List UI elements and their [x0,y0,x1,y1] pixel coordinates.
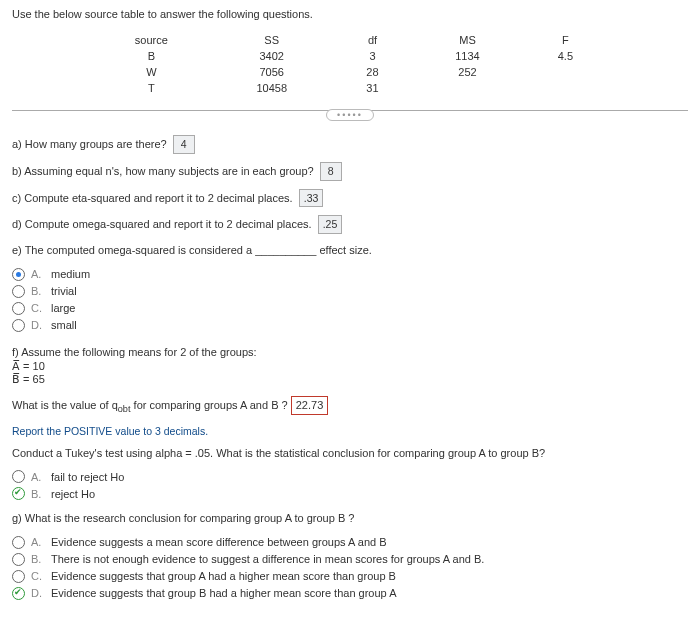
anova-table: source SS df MS F B 3402 3 1134 4.5 W 70… [90,32,610,96]
collapse-toggle[interactable]: ••••• [12,109,688,121]
question-f-tukey: Conduct a Tukey's test using alpha = .05… [12,445,688,463]
option-g-c[interactable]: C.Evidence suggests that group A had a h… [12,570,688,583]
col-ss: SS [213,32,331,48]
col-ms: MS [414,32,521,48]
options-e: A.medium B.trivial C.large D.small [12,268,688,332]
question-f-q: What is the value of qobt for comparing … [12,396,688,417]
col-source: source [90,32,213,48]
radio-icon[interactable] [12,302,25,315]
option-f-b[interactable]: B.reject Ho [12,487,688,500]
answer-a[interactable]: 4 [173,135,195,154]
option-g-d[interactable]: D.Evidence suggests that group B had a h… [12,587,688,600]
radio-icon[interactable] [12,553,25,566]
radio-icon[interactable] [12,268,25,281]
option-g-a[interactable]: A.Evidence suggests a mean score differe… [12,536,688,549]
question-d: d) Compute omega-squared and report it t… [12,215,688,234]
note-positive: Report the POSITIVE value to 3 decimals. [12,425,688,437]
options-f: A.fail to reject Ho B.reject Ho [12,470,688,500]
options-g: A.Evidence suggests a mean score differe… [12,536,688,600]
table-row: W 7056 28 252 [90,64,610,80]
radio-icon[interactable] [12,319,25,332]
check-icon[interactable] [12,487,25,500]
option-f-a[interactable]: A.fail to reject Ho [12,470,688,483]
radio-icon[interactable] [12,536,25,549]
option-e-b[interactable]: B.trivial [12,285,688,298]
means-block: A̅ = 10 B̅ = 65 [12,360,688,386]
col-df: df [331,32,414,48]
table-row: B 3402 3 1134 4.5 [90,48,610,64]
radio-icon[interactable] [12,570,25,583]
answer-c[interactable]: .33 [299,189,324,208]
answer-b[interactable]: 8 [320,162,342,181]
question-e: e) The computed omega-squared is conside… [12,242,688,260]
option-g-b[interactable]: B.There is not enough evidence to sugges… [12,553,688,566]
question-c: c) Compute eta-squared and report it to … [12,189,688,208]
radio-icon[interactable] [12,285,25,298]
radio-icon[interactable] [12,470,25,483]
table-row: T 10458 31 [90,80,610,96]
option-e-a[interactable]: A.medium [12,268,688,281]
option-e-d[interactable]: D.small [12,319,688,332]
answer-f-q[interactable]: 22.73 [291,396,329,416]
question-f: f) Assume the following means for 2 of t… [12,346,688,358]
question-b: b) Assuming equal n's, how many subjects… [12,162,688,181]
option-e-c[interactable]: C.large [12,302,688,315]
question-g: g) What is the research conclusion for c… [12,510,688,528]
answer-d[interactable]: .25 [318,215,343,234]
check-icon[interactable] [12,587,25,600]
col-f: F [521,32,610,48]
question-a: a) How many groups are there? 4 [12,135,688,154]
prompt-text: Use the below source table to answer the… [12,8,688,20]
